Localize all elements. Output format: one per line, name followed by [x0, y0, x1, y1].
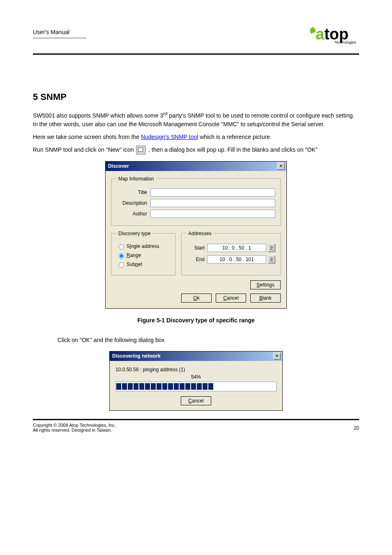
author-label: Author [117, 211, 150, 217]
progress-block [134, 383, 138, 390]
progress-block [180, 383, 184, 390]
description-label: Description [117, 200, 150, 206]
step1-suffix: , then a dialog box will pop up. Fill in… [148, 146, 318, 153]
title-input[interactable] [150, 188, 275, 197]
discover-title: Discover [108, 163, 129, 169]
start-label: Start [188, 245, 207, 251]
progress-block [122, 383, 127, 390]
footer-reserved: All rights reserved. Designed in Taiwan. [33, 428, 359, 432]
svg-text:Technologies: Technologies [334, 40, 356, 44]
para1-prefix: SW5001 also supports SNMP which allows s… [33, 112, 163, 119]
map-information-legend: Map Information [117, 176, 156, 182]
section-heading: 5 SNMP [33, 92, 359, 102]
subnet-label: Subnet [127, 261, 142, 267]
end-label: End [188, 257, 207, 262]
footer-divider [33, 419, 359, 420]
progress-block [208, 383, 213, 390]
close-icon[interactable]: × [277, 163, 285, 170]
settings-button[interactable]: Settings [250, 280, 281, 289]
progress-bar [115, 382, 277, 391]
single-address-radio[interactable] [119, 244, 124, 250]
percent-text: 54% [115, 374, 277, 380]
progress-block [174, 383, 179, 390]
discovering-titlebar: Discovering network × [110, 352, 282, 361]
single-address-label: Single address [127, 243, 159, 249]
range-label: Range [127, 252, 141, 258]
discovering-network-dialog: Discovering network × 10.0.50.56 : pingi… [109, 351, 283, 411]
range-radio[interactable] [119, 253, 124, 259]
start-ip-input[interactable]: 10 . 0 . 50 . 1 [207, 244, 266, 252]
author-input[interactable] [150, 210, 275, 218]
progress-block [139, 383, 144, 390]
step1-prefix: Run SNMP tool and click on "New" icon [33, 146, 135, 153]
description-input[interactable] [150, 199, 275, 207]
discovery-type-group: Discovery type Single address Range Subn… [111, 231, 175, 275]
close-icon[interactable]: × [273, 353, 281, 360]
figure-caption-1: Figure 5-1 Discovery type of specific ra… [33, 317, 359, 324]
intro-paragraph-1: SW5001 also supports SNMP which allows s… [33, 110, 359, 129]
subnet-radio[interactable] [119, 262, 124, 268]
progress-block [145, 383, 150, 390]
progress-block [185, 383, 190, 390]
start-ip-picker-button[interactable]: > [268, 244, 275, 252]
blank-button[interactable]: Blank [250, 294, 281, 303]
mid-text: Click on "OK" and the following dialog b… [58, 336, 359, 345]
discover-titlebar: Discover × [106, 162, 286, 171]
progress-block [128, 383, 133, 390]
ping-status-text: 10.0.50.56 : pinging address (1) [115, 367, 277, 372]
progress-block [116, 383, 121, 390]
new-icon [136, 146, 146, 155]
footer-copyright: Copyright © 2008 Atop Technologies, Inc. [33, 423, 359, 428]
progress-block [197, 383, 202, 390]
end-ip-picker-button[interactable]: > [268, 255, 275, 264]
header-underline [33, 38, 86, 38]
addresses-group: Addresses Start 10 . 0 . 50 . 1 > End 10… [181, 231, 281, 275]
progress-block [168, 383, 173, 390]
nudesign-link[interactable]: Nudesign's SNMP tool [141, 134, 198, 140]
progress-cancel-button[interactable]: Cancel [181, 396, 211, 405]
end-ip-input[interactable]: 10 . 0 . 50 . 101 [207, 255, 266, 264]
discovery-type-legend: Discovery type [117, 231, 152, 236]
ok-button[interactable]: Ok [181, 294, 212, 303]
page-number: 20 [354, 425, 359, 431]
progress-block [162, 383, 167, 390]
cancel-button[interactable]: Cancel [216, 294, 246, 303]
header-divider [33, 53, 359, 55]
progress-block [151, 383, 156, 390]
discovering-title: Discovering network [112, 353, 161, 359]
progress-block [203, 383, 208, 390]
header-small-title: User's Manual [33, 29, 69, 35]
intro-paragraph-2: Here we take some screen shots from the … [33, 133, 359, 141]
discover-dialog: Discover × Map Information Title Descrip… [105, 161, 287, 309]
progress-block [191, 383, 196, 390]
brand-logo: atop Technologies [297, 25, 359, 46]
para2-pre: Here we take some screen shots from the [33, 134, 141, 140]
para2-post: which is a reference picture. [198, 134, 271, 140]
progress-block [157, 383, 161, 390]
step1-text: Run SNMP tool and click on "New" icon , … [33, 146, 359, 155]
addresses-legend: Addresses [187, 231, 213, 236]
title-label: Title [117, 190, 150, 195]
map-information-group: Map Information Title Description Author [111, 176, 281, 226]
para1-super: rd [163, 111, 167, 116]
